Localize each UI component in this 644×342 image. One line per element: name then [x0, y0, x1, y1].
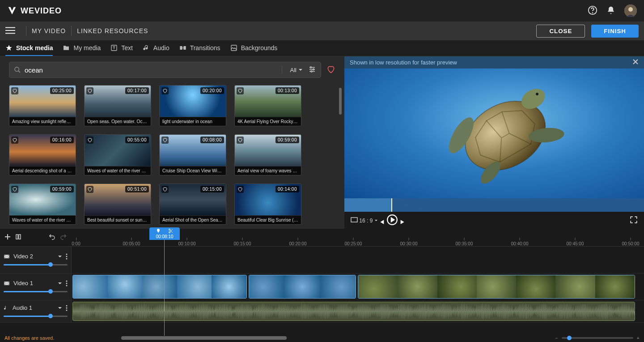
play-button[interactable]: [386, 221, 398, 227]
heart-icon[interactable]: [11, 186, 18, 193]
svg-rect-41: [8, 284, 9, 284]
volume-slider[interactable]: [4, 314, 68, 318]
heart-icon[interactable]: [86, 87, 93, 94]
ruler-tick: 00:35:00: [456, 241, 473, 246]
duration-badge: 00:14:00: [275, 186, 299, 192]
zoom-slider[interactable]: [562, 337, 633, 339]
tab-my-media[interactable]: My media: [63, 40, 101, 56]
heart-icon[interactable]: [161, 186, 169, 193]
heart-icon[interactable]: [326, 65, 335, 75]
chevron-down-icon[interactable]: [58, 281, 62, 286]
clip[interactable]: [72, 275, 247, 299]
heart-icon[interactable]: [161, 137, 169, 144]
ruler-tick: 00:30:00: [400, 241, 418, 246]
media-item[interactable]: 00:55:00 Waves of water of the river an…: [84, 134, 151, 175]
media-title: 4K Aerial Flying Over Rocky O…: [235, 117, 301, 126]
prev-frame-button[interactable]: [378, 221, 385, 227]
tab-stock-media[interactable]: Stock media: [5, 40, 53, 56]
media-item[interactable]: 00:20:00 light underwater in ocean: [159, 85, 226, 126]
redo-button[interactable]: [60, 233, 67, 242]
media-item[interactable]: 00:17:00 Open seas. Open water. Ocean …: [84, 85, 151, 126]
svg-rect-4: [5, 27, 15, 28]
svg-rect-40: [8, 282, 9, 282]
media-title: Amazing view sunlight reflecti…: [9, 117, 76, 126]
volume-slider[interactable]: [4, 289, 68, 294]
media-item[interactable]: 00:59:00 Aerial view of foamy waves of I…: [234, 134, 301, 175]
brand-logo[interactable]: WEVIDEO: [7, 6, 62, 16]
timeline-scrollbar[interactable]: [121, 336, 287, 340]
filter-dropdown[interactable]: All: [290, 67, 303, 73]
media-item[interactable]: 00:08:00 Cruise Ship Ocean View Wide …: [159, 134, 226, 175]
heart-icon[interactable]: [86, 186, 93, 193]
media-item[interactable]: 00:16:00 Aerial descending shot of a bea…: [9, 134, 76, 175]
more-icon[interactable]: [66, 253, 68, 260]
heart-icon[interactable]: [161, 87, 169, 94]
ruler-tick: 0:00: [72, 241, 80, 246]
track-content[interactable]: [72, 274, 644, 300]
search-icon: [14, 66, 21, 73]
help-icon[interactable]: [588, 5, 597, 17]
next-frame-button[interactable]: [399, 221, 407, 227]
track-content[interactable]: [72, 300, 644, 322]
heart-icon[interactable]: [11, 137, 18, 144]
aspect-ratio-button[interactable]: 16 : 9: [351, 217, 378, 224]
media-item[interactable]: 00:25:00 Amazing view sunlight reflecti…: [9, 85, 76, 126]
duration-badge: 00:55:00: [125, 137, 149, 143]
scissors-icon[interactable]: [168, 228, 174, 234]
media-panel: All 00:25:00 Amazing view sunlight refle…: [0, 56, 344, 229]
sliders-icon[interactable]: [308, 65, 316, 75]
more-icon[interactable]: [66, 305, 68, 311]
clip-audio[interactable]: [72, 302, 635, 321]
zoom-out-button[interactable]: −: [555, 335, 558, 341]
avatar[interactable]: [624, 4, 637, 17]
marker-icon[interactable]: [156, 228, 161, 234]
search-input[interactable]: [25, 66, 277, 74]
playhead[interactable]: 00:08:10: [164, 227, 165, 336]
heart-icon[interactable]: [86, 137, 93, 144]
close-button[interactable]: CLOSE: [536, 25, 585, 38]
heart-icon[interactable]: [237, 87, 244, 94]
heart-icon[interactable]: [237, 186, 244, 193]
tab-backgrounds[interactable]: Backgrounds: [230, 40, 278, 56]
close-icon[interactable]: [632, 59, 639, 66]
preview-frame[interactable]: [344, 68, 644, 212]
media-item[interactable]: 00:51:00 Best beautiful sunset or sunris…: [84, 184, 151, 225]
svg-point-28: [169, 232, 170, 233]
svg-rect-25: [16, 235, 18, 239]
volume-slider[interactable]: [4, 262, 68, 267]
add-track-button[interactable]: [4, 234, 11, 241]
grid-scrollbar[interactable]: [339, 88, 342, 224]
chevron-down-icon[interactable]: [58, 306, 62, 310]
clip[interactable]: [358, 275, 635, 299]
preview-scrub-bar[interactable]: [344, 198, 644, 212]
timeline-ruler[interactable]: 00:08:10 0:0000:05:0000:10:0000:15:0000:…: [72, 228, 644, 246]
media-item[interactable]: 00:14:00 Beautiful Clear Big Sunrise (Su…: [234, 184, 301, 225]
heart-icon[interactable]: [11, 87, 18, 94]
svg-point-34: [66, 253, 68, 255]
finish-button[interactable]: FINISH: [591, 25, 639, 38]
svg-rect-9: [183, 46, 186, 50]
bell-icon[interactable]: [606, 6, 615, 16]
clip[interactable]: [249, 275, 356, 299]
linked-resources-link[interactable]: LINKED RESOURCES: [77, 27, 148, 34]
zoom-in-button[interactable]: +: [637, 335, 640, 341]
chevron-down-icon[interactable]: [58, 254, 62, 259]
project-title[interactable]: MY VIDEO: [32, 27, 66, 34]
tab-text[interactable]: Text: [110, 40, 133, 56]
hamburger-icon[interactable]: [5, 26, 15, 37]
duration-badge: 00:17:00: [125, 87, 149, 94]
logo-icon: [7, 6, 17, 16]
media-item[interactable]: 00:15:00 Aerial Shot of the Open Sea lit…: [159, 184, 226, 225]
media-item[interactable]: 00:59:00 Waves of water of the river an…: [9, 184, 76, 225]
more-icon[interactable]: [66, 280, 68, 286]
snap-button[interactable]: [15, 234, 21, 241]
fullscreen-icon[interactable]: [630, 216, 638, 225]
undo-button[interactable]: [48, 233, 55, 242]
track-content[interactable]: [72, 247, 644, 273]
svg-rect-26: [19, 235, 21, 239]
tab-audio[interactable]: Audio: [143, 40, 169, 56]
timeline: 00:08:10 0:0000:05:0000:10:0000:15:0000:…: [0, 229, 644, 342]
tab-transitions[interactable]: Transitions: [179, 40, 220, 56]
media-item[interactable]: 00:13:00 4K Aerial Flying Over Rocky O…: [234, 85, 301, 126]
heart-icon[interactable]: [237, 137, 244, 144]
